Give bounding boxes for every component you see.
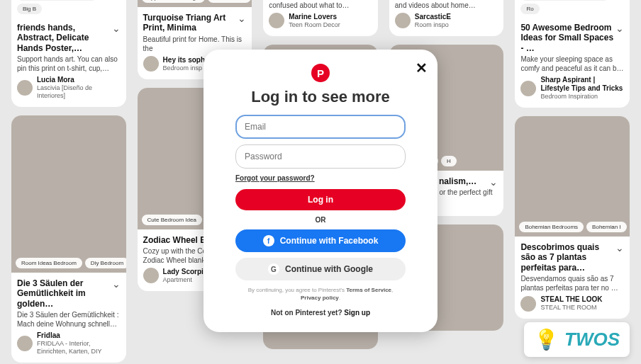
forgot-password-link[interactable]: Forgot your password? <box>235 174 406 182</box>
signup-link[interactable]: Sign up <box>344 309 370 317</box>
google-icon: G <box>268 263 279 275</box>
lightbulb-icon: 💡 <box>534 328 559 351</box>
login-button[interactable]: Log in <box>235 189 406 210</box>
terms-text: By continuing, you agree to Pinterest's … <box>221 286 420 302</box>
privacy-link[interactable]: Privacy policy <box>301 295 339 301</box>
google-label: Continue with Google <box>285 264 373 274</box>
login-modal: ✕ P Log in to see more Forgot your passw… <box>204 50 437 332</box>
password-input[interactable] <box>235 144 406 169</box>
brand-badge: 💡 TWOS <box>524 322 630 357</box>
or-separator: OR <box>221 216 420 224</box>
facebook-icon: f <box>263 235 274 246</box>
email-input[interactable] <box>235 115 406 139</box>
signup-prompt: Not on Pinterest yet? Sign up <box>221 309 420 317</box>
close-icon[interactable]: ✕ <box>416 59 428 76</box>
facebook-label: Continue with Facebook <box>280 236 379 246</box>
brand-text: TWOS <box>564 329 620 351</box>
terms-link[interactable]: Terms of Service <box>346 287 391 293</box>
continue-google-button[interactable]: G Continue with Google <box>235 258 406 280</box>
modal-heading: Log in to see more <box>221 88 420 106</box>
continue-facebook-button[interactable]: f Continue with Facebook <box>235 229 406 252</box>
modal-overlay: ✕ P Log in to see more Forgot your passw… <box>0 0 641 364</box>
pinterest-logo-icon: P <box>311 64 330 82</box>
